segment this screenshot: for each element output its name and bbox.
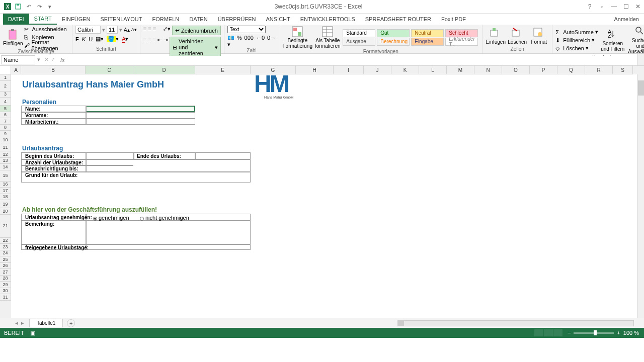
cell-styles-gallery[interactable]: StandardGutNeutralSchlechtAusgabeBerechn…: [343, 29, 479, 46]
sheet-tab[interactable]: Tabelle1: [29, 319, 63, 327]
align-center-icon[interactable]: ≡: [148, 37, 151, 58]
enter-formula-icon[interactable]: ✓: [51, 56, 55, 63]
doc-title: Urlaubsantrag Hans Maier GmbH: [22, 79, 164, 90]
sheet-tab-bar: ◂ ▸ Tabelle1 +: [0, 318, 644, 328]
add-sheet-button[interactable]: +: [67, 319, 75, 327]
conditional-formatting-button[interactable]: Bedingte Formatierung: [282, 26, 312, 49]
maximize-icon[interactable]: ☐: [620, 2, 632, 12]
percent-icon[interactable]: %: [237, 35, 242, 48]
underline-button[interactable]: U: [89, 36, 93, 42]
format-as-table-button[interactable]: Als Tabelle formatieren: [314, 26, 341, 49]
decimal-increase-icon[interactable]: ←0: [256, 35, 265, 48]
thousands-icon[interactable]: 000: [245, 35, 254, 48]
currency-icon[interactable]: 💶▾: [227, 35, 234, 48]
autosum-button[interactable]: ΣAutoSumme▾: [555, 29, 598, 36]
cancel-formula-icon[interactable]: ✕: [44, 56, 49, 63]
align-middle-icon[interactable]: ≡: [148, 26, 151, 35]
worksheet-area[interactable]: Urlaubsantrag Hans Maier GmbH HM Hans Ma…: [11, 74, 637, 318]
tab-datei[interactable]: DATEI: [3, 14, 29, 25]
formula-bar: ▾ ✕ ✓ fx: [0, 54, 644, 66]
sheet-nav-next-icon[interactable]: ▸: [21, 320, 24, 326]
indent-increase-icon[interactable]: ⇥: [164, 37, 168, 58]
radio-genehmigen[interactable]: genehmigen: [93, 215, 129, 221]
format-cells-button[interactable]: Format: [529, 27, 549, 45]
align-bottom-icon[interactable]: ≡: [153, 26, 156, 35]
fx-icon[interactable]: fx: [58, 57, 67, 63]
zoom-in-icon[interactable]: +: [617, 330, 620, 336]
indent-decrease-icon[interactable]: ⇤: [157, 37, 162, 58]
zoom-slider[interactable]: [574, 332, 614, 334]
tab-entwicklertools[interactable]: ENTWICKLERTOOLS: [295, 14, 360, 25]
insert-cells-button[interactable]: Einfügen: [486, 27, 506, 45]
delete-cells-button[interactable]: Löschen: [507, 27, 527, 45]
wrap-text-button[interactable]: ↩Zeilenumbruch: [172, 26, 221, 35]
svg-rect-13: [512, 30, 519, 36]
horizontal-scrollbar[interactable]: [75, 320, 644, 326]
qat-undo-icon[interactable]: ↶: [25, 3, 32, 10]
view-pagebreak-icon[interactable]: [553, 329, 562, 336]
cut-button[interactable]: ✂Ausschneiden: [24, 26, 69, 33]
ribbon-display-icon[interactable]: ▫: [596, 2, 608, 12]
fill-button[interactable]: ⬇Füllbereich▾: [555, 37, 598, 44]
tab-foxit-pdf[interactable]: Foxit PDF: [436, 14, 471, 25]
label-name: Name:: [25, 106, 41, 112]
row-headers[interactable]: 1234567891011121314151617181920212223242…: [0, 74, 11, 318]
tab-seitenlayout[interactable]: SEITENLAYOUT: [95, 14, 147, 25]
radio-nicht-genehmigen[interactable]: nicht genehmigen: [140, 215, 189, 221]
select-all-corner[interactable]: [0, 66, 11, 74]
font-size-input[interactable]: [107, 26, 118, 34]
column-headers[interactable]: ABCDEGHIJKLMNOPQRS: [11, 66, 637, 74]
status-ready: BEREIT: [0, 330, 28, 336]
sort-filter-button[interactable]: AZSortieren und Filtern: [600, 29, 626, 52]
formula-input[interactable]: [67, 56, 637, 64]
orientation-icon[interactable]: ⤢▾: [163, 26, 171, 35]
zoom-level[interactable]: 100 %: [623, 330, 639, 336]
qat-save-icon[interactable]: [15, 3, 22, 10]
clear-button[interactable]: ◇Löschen▾: [555, 45, 598, 52]
svg-rect-2: [9, 30, 16, 39]
ribbon: Einfügen ✂Ausschneiden ⎘Kopieren 🖌Format…: [0, 25, 644, 54]
name-box[interactable]: [1, 55, 35, 64]
decrease-font-icon[interactable]: A▾: [131, 27, 137, 32]
format-painter-button[interactable]: 🖌Format übertragen: [24, 42, 69, 49]
view-pagelayout-icon[interactable]: [544, 329, 553, 336]
align-right-icon[interactable]: ≡: [153, 37, 156, 58]
tab-spreadsheet-router[interactable]: SPREADSHEET ROUTER: [360, 14, 436, 25]
tab-ueberpruefen[interactable]: ÜBERPRÜFEN: [213, 14, 261, 25]
qat-redo-icon[interactable]: ↷: [36, 3, 43, 10]
minimize-icon[interactable]: —: [608, 2, 620, 12]
fill-color-button[interactable]: 🪣▾: [107, 36, 119, 42]
font-color-button[interactable]: A▾: [122, 36, 128, 42]
paste-button[interactable]: Einfügen: [3, 29, 23, 46]
align-left-icon[interactable]: ≡: [143, 37, 146, 58]
macro-record-icon[interactable]: ▣: [28, 330, 37, 336]
company-logo: HM Hans Maier GmbH: [254, 75, 293, 99]
find-select-button[interactable]: Suchen und Auswählen: [627, 26, 644, 54]
align-top-icon[interactable]: ≡: [143, 26, 146, 35]
svg-rect-7: [323, 27, 333, 37]
label-ende: Ende des Urlaubs:: [137, 153, 181, 159]
group-label-number: Zahl: [227, 48, 276, 53]
merge-button[interactable]: ⊟Verbinden und zentrieren▾: [170, 37, 221, 58]
tab-daten[interactable]: DATEN: [184, 14, 212, 25]
tab-ansicht[interactable]: ANSICHT: [261, 14, 295, 25]
increase-font-icon[interactable]: A▴: [124, 27, 130, 33]
tab-start[interactable]: START: [29, 14, 57, 25]
font-name-input[interactable]: [75, 26, 101, 34]
signin-link[interactable]: Anmelden: [609, 14, 644, 25]
zoom-out-icon[interactable]: −: [568, 330, 571, 336]
view-normal-icon[interactable]: [534, 329, 543, 336]
tab-einfuegen[interactable]: EINFÜGEN: [57, 14, 96, 25]
qat-customize-icon[interactable]: ▾: [46, 3, 53, 10]
italic-button[interactable]: K: [82, 36, 86, 42]
number-format-select[interactable]: Text: [227, 26, 266, 33]
decimal-decrease-icon[interactable]: 0→: [267, 35, 276, 48]
close-icon[interactable]: ✕: [632, 2, 644, 12]
help-icon[interactable]: ?: [584, 2, 596, 12]
status-bar: BEREIT ▣ − + 100 %: [0, 328, 644, 338]
sheet-nav-prev-icon[interactable]: ◂: [15, 320, 18, 326]
vertical-scrollbar[interactable]: [637, 74, 644, 318]
bold-button[interactable]: F: [75, 36, 79, 42]
tab-formeln[interactable]: FORMELN: [147, 14, 184, 25]
border-button[interactable]: ▦▾: [96, 36, 104, 42]
